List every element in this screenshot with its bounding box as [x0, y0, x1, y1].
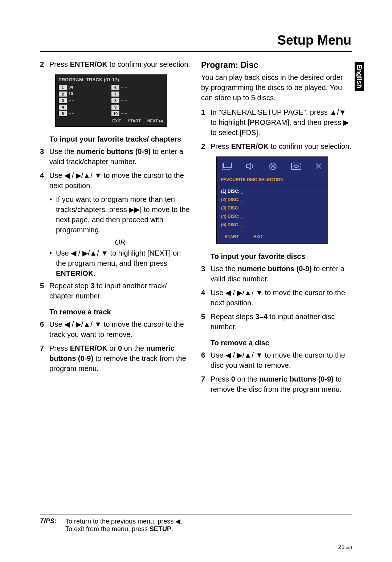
osd-col-1: 104 210 3– – 4– – 5– – [58, 84, 111, 117]
step-number: 2 [40, 59, 49, 69]
language-tab: English [355, 62, 364, 91]
tips-block: TIPS: To return to the previous menu, pr… [40, 517, 352, 533]
intro-text: You can play back discs in the desired o… [201, 72, 352, 103]
step-text: Use ◀ / ▶/▲/ ▼ to move the cursor to the… [49, 319, 191, 339]
speaker-icon [246, 162, 255, 170]
step-number: 4 [201, 288, 211, 308]
disc-slot: (2) DISC: _ [221, 196, 323, 204]
left-column: 2 Press ENTER/OK to confirm your selecti… [40, 59, 191, 398]
osd-exit: EXIT [112, 118, 121, 124]
tips-label: TIPS: [40, 517, 65, 533]
disc-slot: (3) DISC: _ [221, 204, 323, 212]
section-title: Program: Disc [201, 59, 352, 71]
step-number: 5 [40, 281, 49, 301]
step-number: 3 [201, 264, 211, 284]
step-text: Use the numeric buttons (0-9) to enter a… [49, 146, 191, 167]
step-text: Press ENTER/OK to confirm your selection… [49, 59, 191, 69]
disc-slot: (5) DISC: _ [221, 221, 323, 229]
osd-next: NEXT ⏭ [147, 118, 163, 124]
step-number: 7 [40, 343, 49, 374]
next-icon: ⏭ [159, 118, 163, 124]
subheading: To remove a disc [211, 338, 352, 348]
program-track-osd: PROGRAM: TRACK (01-17) 104 210 3– – 4– –… [55, 74, 167, 127]
step-text: Press ENTER/OK or 0 on the numeric butto… [49, 343, 191, 374]
general-setup-icon [222, 163, 233, 170]
step-text: Use ◀ / ▶/▲/ ▼ to move the cursor to the… [49, 170, 191, 191]
step-number: 6 [201, 350, 211, 370]
close-icon: ✕ [315, 160, 323, 173]
manual-page: Setup Menu English 2 Press ENTER/OK to c… [0, 0, 392, 562]
video-setup-icon [291, 162, 302, 170]
page-title: Setup Menu [40, 33, 351, 48]
step-number: 2 [201, 141, 211, 151]
osd-title: FAVOURITE DISC SELECTION [217, 176, 328, 186]
osd-start: START [225, 234, 239, 240]
step-number: 6 [40, 319, 49, 339]
step-text: Use ◀ / ▶/▲/ ▼ to move the cursor to the… [211, 288, 352, 308]
svg-rect-1 [224, 163, 232, 168]
step-text: Repeat step 3 to input another track/ ch… [49, 281, 191, 301]
osd-exit: EXIT [253, 234, 263, 240]
osd-disc-list: (1) DISC: _ (2) DISC: _ (3) DISC: _ (4) … [217, 185, 328, 232]
dolby-icon [268, 162, 278, 170]
step-number: 7 [201, 374, 211, 394]
osd-title: PROGRAM: TRACK (01-17) [56, 75, 167, 84]
svg-rect-4 [291, 163, 301, 170]
bullet-item: If you want to program more than ten tra… [49, 194, 191, 235]
tips-divider [40, 514, 352, 514]
step-text: In "GENERAL SETUP PAGE", press ▲/▼ to hi… [211, 107, 352, 138]
step-text: Use the numeric buttons (0-9) to enter a… [211, 264, 352, 284]
svg-marker-2 [246, 163, 251, 170]
favourite-disc-osd: ✕ FAVOURITE DISC SELECTION (1) DISC: _ (… [216, 156, 328, 244]
disc-slot: (4) DISC: _ [221, 212, 323, 221]
title-divider [40, 51, 352, 52]
step-number: 1 [201, 107, 211, 138]
subheading: To remove a track [49, 307, 191, 317]
disc-slot: (1) DISC: _ [221, 187, 323, 196]
step-text: Use ◀ / ▶/▲/ ▼ to move the cursor to the… [211, 350, 352, 370]
step-text: Repeat steps 3–4 to input another disc n… [211, 311, 352, 332]
or-label: OR [49, 237, 191, 247]
osd-tab-icons: ✕ [217, 157, 328, 176]
tips-text: To return to the previous menu, press ◀.… [65, 517, 182, 533]
right-column: Program: Disc You can play back discs in… [201, 59, 352, 398]
subheading: To input your favorite discs [211, 251, 352, 261]
subheading: To input your favorite tracks/ chapters [49, 134, 191, 144]
step-number: 5 [201, 311, 211, 332]
step-text: Press 0 on the numeric buttons (0-9) to … [211, 374, 352, 394]
page-number: 21 En [40, 544, 352, 550]
osd-start: START [128, 118, 141, 124]
step-text: Press ENTER/OK to confirm your selection… [211, 141, 352, 151]
bullet-item: Use ◀ / ▶/▲/ ▼ to highlight [NEXT] on th… [49, 248, 191, 278]
step-number: 4 [40, 170, 49, 191]
osd-col-2: 6– – 7– – 8– – 9– – 10– – [111, 84, 164, 117]
step-number: 3 [40, 146, 49, 167]
